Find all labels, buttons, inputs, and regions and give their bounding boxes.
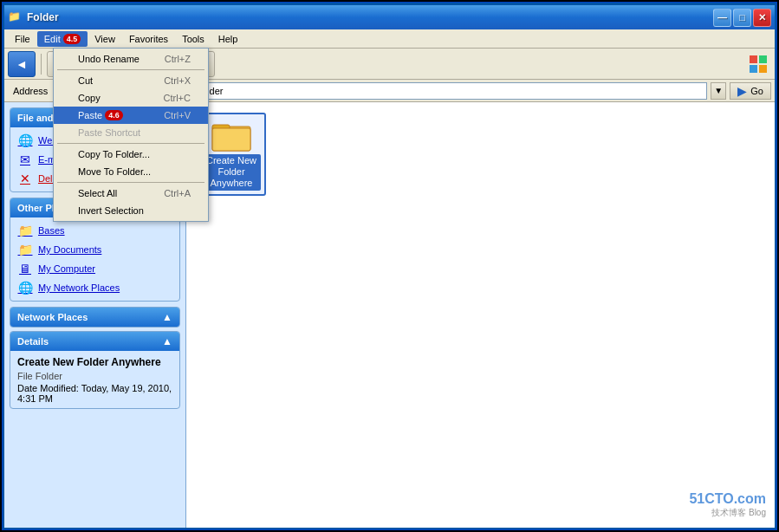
- invert-label: Invert Selection: [78, 205, 144, 216]
- email-icon: ✉: [17, 152, 33, 166]
- web-icon: 🌐: [17, 133, 33, 147]
- details-section: Details ▲ Create New Folder Anywhere Fil…: [10, 331, 180, 409]
- menu-paste[interactable]: Paste 4.6 Ctrl+V: [54, 107, 208, 124]
- paste-label: Paste: [78, 110, 102, 120]
- copy-label: Copy: [78, 93, 101, 103]
- menu-sep-2: [57, 143, 204, 144]
- details-title: Details: [17, 336, 49, 347]
- main-window: 📁 Folder — □ ✕ File Edit 4.5 View Favori…: [3, 3, 776, 529]
- menu-favorites[interactable]: Favorites: [122, 31, 175, 47]
- copy-shortcut: Ctrl+C: [164, 93, 191, 103]
- watermark-line1: 51CTO.com: [689, 491, 766, 507]
- panel-link-my-documents[interactable]: 📁 My Documents: [10, 240, 179, 259]
- menu-copy-to[interactable]: Copy To Folder...: [54, 146, 208, 163]
- cut-shortcut: Ctrl+X: [164, 75, 191, 86]
- menu-invert-selection[interactable]: Invert Selection: [54, 202, 208, 219]
- network-places-title: Network Places: [17, 312, 88, 322]
- menu-tools[interactable]: Tools: [175, 31, 211, 47]
- details-folder-type: File Folder: [10, 370, 179, 382]
- undo-rename-label: Undo Rename: [78, 54, 140, 64]
- menu-cut[interactable]: Cut Ctrl+X: [54, 72, 208, 89]
- my-docs-icon: 📁: [17, 243, 33, 256]
- address-label: Address: [8, 86, 53, 96]
- cut-label: Cut: [78, 75, 93, 86]
- delete-icon: ✕: [17, 172, 33, 185]
- menu-help[interactable]: Help: [211, 31, 245, 47]
- other-places-content: 📁 Bases 📁 My Documents 🖥 My Computer 🌐 M…: [10, 217, 179, 301]
- back-button[interactable]: ◄: [8, 51, 36, 77]
- details-content: Create New Folder Anywhere File Folder D…: [10, 351, 179, 408]
- folder-item-label: Create New Folder Anywhere: [202, 154, 261, 191]
- paste-shortcut-label: Paste Shortcut: [78, 127, 140, 138]
- window-icon: 📁: [8, 10, 22, 24]
- network-places-header[interactable]: Network Places ▲: [10, 308, 179, 327]
- go-button[interactable]: ▶ Go: [730, 82, 771, 100]
- paste-shortcut-text: Ctrl+V: [164, 110, 191, 120]
- panel-link-my-network[interactable]: 🌐 My Network Places: [10, 278, 179, 297]
- svg-rect-6: [212, 128, 250, 151]
- edit-badge: 4.5: [63, 34, 81, 44]
- title-buttons: — □ ✕: [713, 9, 771, 27]
- details-header[interactable]: Details ▲: [10, 332, 179, 351]
- menu-undo-rename[interactable]: Undo Rename Ctrl+Z: [54, 50, 208, 68]
- my-network-icon: 🌐: [17, 281, 33, 295]
- network-places-collapse-icon: ▲: [162, 311, 172, 323]
- window-title: Folder: [27, 11, 713, 23]
- my-computer-icon: 🖥: [17, 262, 33, 276]
- title-bar: 📁 Folder — □ ✕: [4, 5, 775, 29]
- panel-link-bases[interactable]: 📁 Bases: [10, 221, 179, 240]
- svg-rect-0: [750, 55, 757, 63]
- details-collapse-icon: ▲: [162, 335, 172, 347]
- menu-edit[interactable]: Edit 4.5: [37, 31, 88, 47]
- close-button[interactable]: ✕: [753, 9, 771, 27]
- svg-rect-3: [759, 65, 767, 73]
- network-places-section: Network Places ▲: [10, 307, 180, 328]
- copy-to-label: Copy To Folder...: [78, 149, 150, 159]
- go-label: Go: [750, 86, 763, 96]
- address-dropdown-button[interactable]: ▼: [711, 82, 726, 100]
- menu-sep-1: [57, 69, 204, 70]
- my-computer-label: My Computer: [38, 263, 95, 274]
- menu-edit-label: Edit: [44, 34, 61, 44]
- menu-paste-shortcut: Paste Shortcut: [54, 124, 208, 141]
- go-arrow-icon: ▶: [737, 84, 747, 98]
- toolbar-sep-1: [41, 54, 42, 75]
- my-network-label: My Network Places: [38, 282, 120, 293]
- svg-rect-1: [759, 55, 767, 63]
- select-all-label: Select All: [78, 188, 117, 198]
- undo-rename-shortcut: Ctrl+Z: [165, 54, 191, 64]
- paste-badge: 4.6: [105, 110, 123, 120]
- svg-rect-2: [750, 65, 757, 73]
- select-all-shortcut: Ctrl+A: [164, 188, 191, 198]
- bases-icon: 📁: [17, 224, 33, 237]
- right-content: Create New Folder Anywhere 51CTO.com 技术博…: [186, 102, 775, 528]
- menu-bar: File Edit 4.5 View Favorites Tools Help …: [4, 29, 775, 49]
- watermark: 51CTO.com 技术博客 Blog: [689, 491, 766, 519]
- menu-view[interactable]: View: [88, 31, 122, 47]
- edit-dropdown-menu: Undo Rename Ctrl+Z Cut Ctrl+X Copy Ctrl+…: [53, 48, 209, 222]
- move-to-label: Move To Folder...: [78, 166, 151, 177]
- menu-file[interactable]: File: [8, 31, 37, 47]
- menu-move-to[interactable]: Move To Folder...: [54, 163, 208, 180]
- details-folder-name: Create New Folder Anywhere: [10, 354, 179, 370]
- folder-icon: [211, 118, 252, 152]
- menu-sep-3: [57, 182, 204, 183]
- maximize-button[interactable]: □: [733, 9, 751, 27]
- watermark-line2: 技术博客 Blog: [689, 507, 766, 519]
- bases-label: Bases: [38, 225, 65, 236]
- menu-copy[interactable]: Copy Ctrl+C: [54, 89, 208, 107]
- my-docs-label: My Documents: [38, 244, 101, 255]
- panel-link-my-computer[interactable]: 🖥 My Computer: [10, 259, 179, 278]
- minimize-button[interactable]: —: [713, 9, 731, 27]
- details-date-modified: Date Modified: Today, May 19, 2010, 4:31…: [10, 382, 179, 405]
- windows-logo: [745, 51, 771, 77]
- menu-select-all[interactable]: Select All Ctrl+A: [54, 185, 208, 202]
